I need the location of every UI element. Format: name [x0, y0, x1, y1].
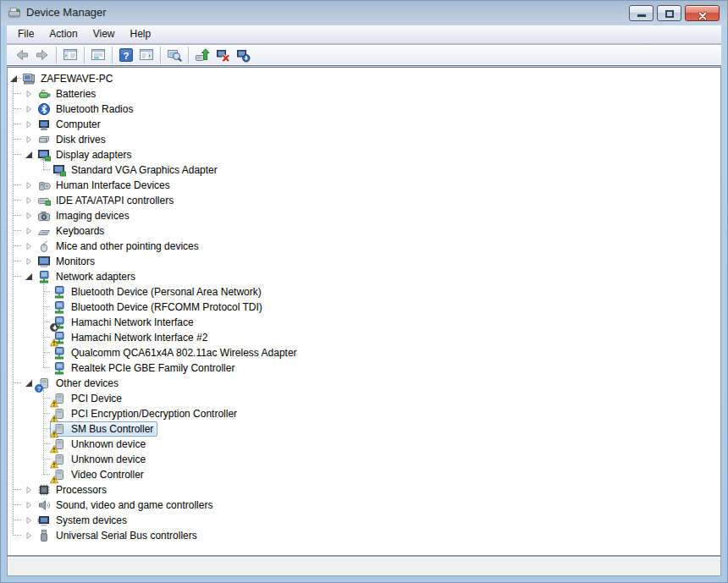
- tree-item-label: Keyboards: [56, 224, 104, 238]
- tree-item-body[interactable]: Realtek PCIe GBE Family Controller: [50, 360, 239, 376]
- tree-item-body[interactable]: Sound, video and game controllers: [35, 498, 217, 513]
- device-tree-pane[interactable]: ZAFEWAVE-PCBatteriesBluetooth RadiosComp…: [7, 67, 721, 556]
- tree-item-body[interactable]: Processors: [35, 482, 111, 498]
- tree-item-body[interactable]: Video Controller: [50, 467, 148, 482]
- tree-item-body[interactable]: Unknown device: [50, 437, 150, 452]
- tree-item: Unknown device: [8, 437, 720, 452]
- tree-item-body[interactable]: Unknown device: [50, 452, 150, 467]
- maximize-icon: [665, 10, 674, 18]
- tree-item-body[interactable]: Human Interface Devices: [35, 178, 174, 193]
- tree-guide-line: [14, 520, 21, 520]
- tree-item-label: Disk drives: [56, 133, 106, 146]
- update-driver-button[interactable]: [192, 46, 212, 64]
- expander-collapsed-icon[interactable]: [24, 239, 34, 254]
- tree-guide-line: [44, 322, 50, 322]
- tree-item: Bluetooth Device (Personal Area Network): [8, 284, 720, 300]
- menu-item-view[interactable]: View: [85, 25, 123, 43]
- tree-item-body[interactable]: Universal Serial Bus controllers: [35, 528, 201, 543]
- tree-item-body[interactable]: Mice and other pointing devices: [35, 239, 203, 254]
- tree-item-body[interactable]: System devices: [35, 513, 131, 528]
- tree-item-body[interactable]: Imaging devices: [35, 208, 134, 223]
- menu-item-help[interactable]: Help: [123, 25, 159, 43]
- device-tree: ZAFEWAVE-PCBatteriesBluetooth RadiosComp…: [8, 68, 720, 543]
- expander-expanded-icon[interactable]: [24, 376, 34, 391]
- expander-collapsed-icon[interactable]: [24, 86, 34, 102]
- minimize-button[interactable]: [629, 5, 654, 21]
- expander-collapsed-icon[interactable]: [24, 102, 34, 117]
- monitor-icon: [37, 255, 51, 268]
- tree-item-body[interactable]: Network adapters: [35, 269, 140, 284]
- back-button[interactable]: [12, 46, 32, 64]
- uninstall-device-button[interactable]: [212, 46, 233, 64]
- expander-collapsed-icon[interactable]: [24, 482, 34, 498]
- close-button[interactable]: [685, 5, 720, 21]
- arrow-right-icon: [35, 47, 50, 63]
- tree-guide-line: [14, 139, 21, 140]
- tree-item-body[interactable]: ?Other devices: [35, 376, 123, 391]
- forward-button[interactable]: [32, 46, 52, 64]
- tree-guide-line: [14, 489, 21, 490]
- tree-item-body[interactable]: Hamachi Network Interface: [50, 315, 198, 330]
- titlebar[interactable]: Device Manager: [0, 0, 728, 25]
- tree-guide-line: [13, 300, 14, 315]
- computer-icon: [37, 118, 51, 131]
- show-action-pane-button[interactable]: [136, 46, 157, 64]
- tree-item-body[interactable]: Hamachi Network Interface #2: [50, 330, 212, 345]
- tree-item-body[interactable]: PCI Device: [50, 391, 126, 406]
- expander-collapsed-icon[interactable]: [24, 178, 34, 193]
- expander-collapsed-icon[interactable]: [24, 132, 34, 147]
- tree-guide-line: [13, 376, 14, 391]
- action-pane-icon: [139, 47, 154, 63]
- tree-item: Qualcomm QCA61x4A 802.11ac Wireless Adap…: [8, 345, 720, 360]
- tree-item-body[interactable]: Computer: [35, 117, 105, 132]
- tree-item-body[interactable]: Monitors: [35, 254, 99, 269]
- properties-button[interactable]: [88, 46, 108, 64]
- tree-item: Video Controller: [8, 467, 720, 482]
- tree-item-body[interactable]: Bluetooth Radios: [35, 102, 137, 117]
- expander-collapsed-icon[interactable]: [24, 208, 34, 223]
- tree-item-label: ZAFEWAVE-PC: [41, 72, 113, 85]
- expander-expanded-icon[interactable]: [24, 147, 34, 162]
- expander-collapsed-icon[interactable]: [24, 498, 34, 513]
- expander-collapsed-icon[interactable]: [24, 117, 34, 132]
- tree-item-body[interactable]: Batteries: [35, 86, 100, 102]
- tree-item-body[interactable]: Bluetooth Device (Personal Area Network): [50, 284, 266, 300]
- tree-guide-line: [14, 245, 21, 246]
- expander-collapsed-icon[interactable]: [24, 254, 34, 269]
- scan-hardware-changes-button[interactable]: [164, 46, 185, 64]
- tree-guide-line: [14, 504, 21, 505]
- tree-item-body[interactable]: PCI Encryption/Decryption Controller: [50, 406, 241, 421]
- tree-item-selected[interactable]: SM Bus Controller: [50, 421, 157, 437]
- tree-item-body[interactable]: Disk drives: [35, 132, 110, 147]
- disable-device-button[interactable]: [233, 46, 253, 64]
- expander-expanded-icon[interactable]: [8, 71, 19, 86]
- menu-item-file[interactable]: File: [10, 25, 41, 43]
- expander-collapsed-icon[interactable]: [24, 513, 34, 528]
- tree-item-body[interactable]: IDE ATA/ATAPI controllers: [35, 193, 178, 208]
- tree-item-body[interactable]: Qualcomm QCA61x4A 802.11ac Wireless Adap…: [50, 345, 301, 360]
- tree-item: Sound, video and game controllers: [8, 498, 720, 513]
- tree-item-body[interactable]: Display adapters: [35, 147, 135, 162]
- toolbar: ?: [7, 44, 721, 66]
- network-adapter-icon: [52, 346, 66, 360]
- tree-item-label: Video Controller: [71, 468, 144, 481]
- tree-item-body[interactable]: Keyboards: [35, 223, 108, 239]
- expander-expanded-icon[interactable]: [24, 269, 34, 284]
- maximize-button[interactable]: [657, 5, 681, 21]
- tree-item-body[interactable]: Standard VGA Graphics Adapter: [50, 162, 222, 178]
- tree-item-body[interactable]: Bluetooth Device (RFCOMM Protocol TDI): [50, 300, 267, 315]
- expander-collapsed-icon[interactable]: [24, 193, 34, 208]
- tree-item: Hamachi Network Interface #2: [8, 330, 720, 345]
- show-console-tree-button[interactable]: [60, 46, 80, 64]
- tree-guide-line: [14, 382, 21, 383]
- uninstall-device-icon: [215, 47, 230, 63]
- menu-item-action[interactable]: Action: [41, 25, 85, 43]
- tree-guide-line: [44, 413, 50, 414]
- generic-device-icon: [52, 392, 66, 405]
- tree-item-label: PCI Device: [71, 392, 122, 405]
- help-button[interactable]: ?: [116, 46, 136, 64]
- tree-item-body[interactable]: ZAFEWAVE-PC: [19, 71, 117, 86]
- expander-collapsed-icon[interactable]: [24, 223, 34, 239]
- expander-collapsed-icon[interactable]: [24, 528, 34, 543]
- hid-icon: [37, 179, 51, 192]
